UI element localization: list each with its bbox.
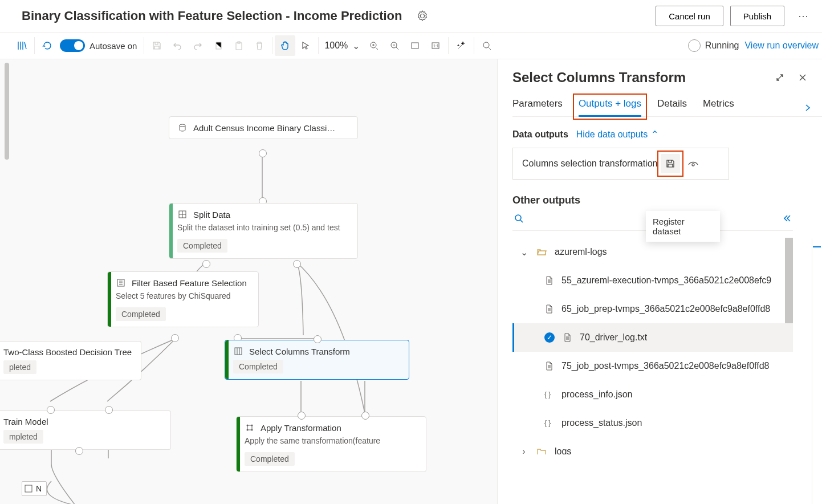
svg-point-9 — [180, 124, 185, 127]
svg-rect-5 — [412, 43, 418, 48]
data-outputs-label: Data outputs — [512, 129, 568, 140]
file-icon — [544, 276, 554, 285]
node-partial[interactable]: N — [22, 481, 47, 496]
collapse-icon[interactable] — [780, 212, 793, 225]
autosave-label: Autosave on — [89, 41, 137, 51]
tree-label: process_info.json — [561, 389, 633, 400]
fit-screen-icon[interactable] — [405, 35, 425, 56]
tree-file[interactable]: { } process_info.json — [512, 380, 793, 409]
preview-pane-collapsed[interactable] — [812, 239, 822, 504]
pointer-icon[interactable] — [295, 35, 316, 56]
tree-scrollbar[interactable] — [785, 238, 793, 329]
expand-icon[interactable] — [772, 70, 788, 86]
node-dataset[interactable]: Adult Census Income Binary Classi… — [169, 116, 358, 139]
actual-size-icon[interactable]: 1:1 — [425, 35, 446, 56]
tree-folder[interactable]: › logs — [512, 437, 793, 454]
svg-point-8 — [483, 42, 489, 48]
node-title: Filter Based Feature Selection — [132, 278, 247, 288]
dataset-icon — [177, 123, 188, 133]
status-badge: Completed — [233, 360, 283, 373]
library-icon[interactable] — [11, 35, 32, 56]
pipeline-canvas[interactable]: Adult Census Income Binary Classi… Split… — [0, 59, 497, 504]
zoom-out-icon[interactable] — [384, 35, 405, 56]
svg-rect-17 — [25, 485, 32, 492]
svg-rect-12 — [235, 348, 242, 355]
node-apply-transformation[interactable]: Apply Transformation Apply the same tran… — [236, 416, 426, 472]
node-title: Adult Census Income Binary Classi… — [193, 123, 335, 133]
output-tree: ⌄ azureml-logs 55_azureml-execution-tvmp… — [512, 238, 793, 454]
page-title: Binary Classification with Feature Selec… — [22, 9, 402, 23]
tree-label: 65_job_prep-tvmps_366a5021c2e008efc9a8ef… — [561, 304, 770, 314]
tree-file[interactable]: 75_job_post-tvmps_366a5021c2e008efc9a8ef… — [512, 352, 793, 380]
node-boosted-tree[interactable]: Two-Class Boosted Decision Tree pleted — [0, 341, 141, 380]
pan-icon[interactable] — [275, 35, 295, 56]
chevron-up-icon: ⌃ — [650, 130, 660, 139]
status-badge: mpleted — [3, 430, 43, 444]
tree-file[interactable]: 65_job_prep-tvmps_366a5021c2e008efc9a8ef… — [512, 295, 793, 323]
svg-rect-1 — [236, 43, 242, 50]
node-title: Select Columns Transform — [249, 347, 350, 356]
status-badge: Completed — [116, 307, 166, 321]
tree-label: 70_driver_log.txt — [580, 332, 647, 343]
zoom-level[interactable]: 100% ⌄ — [321, 40, 364, 51]
register-dataset-button[interactable] — [661, 154, 680, 173]
zoom-in-icon[interactable] — [364, 35, 384, 56]
tree-folder[interactable]: ⌄ azureml-logs — [512, 238, 793, 266]
status-label: Running — [705, 40, 739, 51]
status-badge: pleted — [3, 360, 36, 374]
tab-outputs-logs[interactable]: Outputs + logs — [579, 98, 641, 116]
wand-icon[interactable] — [451, 35, 471, 56]
tree-label: process_status.json — [561, 418, 642, 428]
tab-details[interactable]: Details — [657, 98, 687, 116]
undo-icon[interactable] — [167, 35, 188, 56]
node-train-model[interactable]: Train Model mpleted — [0, 410, 171, 450]
redo-icon[interactable] — [188, 35, 208, 56]
chevron-down-icon: ⌄ — [351, 41, 360, 50]
check-icon: ✓ — [544, 332, 555, 343]
refresh-icon[interactable] — [37, 35, 58, 56]
preview-icon[interactable] — [683, 154, 703, 173]
search-icon[interactable] — [512, 212, 525, 225]
copy-icon[interactable] — [208, 35, 229, 56]
cancel-run-button[interactable]: Cancel run — [656, 6, 723, 26]
module-icon — [177, 209, 188, 220]
tree-file[interactable]: { } process_status.json — [512, 409, 793, 437]
node-filter-feature-selection[interactable]: Filter Based Feature Selection Select 5 … — [107, 271, 259, 327]
tab-parameters[interactable]: Parameters — [512, 98, 563, 116]
chevron-right-icon[interactable] — [799, 99, 816, 116]
canvas-scrollbar[interactable] — [5, 63, 9, 160]
tree-file-selected[interactable]: ✓ 70_driver_log.txt — [512, 323, 793, 352]
more-icon[interactable]: ⋯ — [796, 10, 811, 22]
view-run-link[interactable]: View run overview — [744, 40, 819, 51]
close-icon[interactable] — [795, 70, 811, 86]
node-split-data[interactable]: Split Data Split the dataset into traini… — [169, 203, 358, 259]
tab-metrics[interactable]: Metrics — [703, 98, 734, 116]
save-icon[interactable] — [147, 35, 167, 56]
module-icon — [245, 422, 255, 433]
node-title: Apply Transformation — [261, 423, 341, 433]
folder-icon — [536, 446, 547, 454]
tooltip: Register dataset — [646, 211, 720, 242]
node-select-columns-transform[interactable]: Select Columns Transform Completed — [225, 340, 409, 380]
svg-text:1:1: 1:1 — [433, 44, 439, 48]
output-item: Columns selection transformation — [512, 148, 729, 180]
publish-button[interactable]: Publish — [730, 6, 784, 26]
search-icon[interactable] — [477, 35, 497, 56]
tree-label: 55_azureml-execution-tvmps_366a5021c2e00… — [561, 275, 771, 286]
json-icon: { } — [544, 418, 554, 428]
node-title: Two-Class Boosted Decision Tree — [3, 347, 132, 357]
node-title: N — [36, 484, 42, 493]
node-subtitle: Apply the same transformation(feature — [237, 434, 426, 450]
node-title: Split Data — [193, 210, 230, 220]
svg-point-19 — [515, 215, 521, 221]
paste-icon[interactable] — [229, 35, 249, 56]
autosave-toggle[interactable] — [60, 39, 85, 52]
output-name: Columns selection transformation — [522, 158, 657, 169]
tree-label: azureml-logs — [555, 247, 607, 257]
file-icon — [563, 333, 572, 342]
status-badge: Completed — [177, 239, 227, 253]
hide-data-outputs-link[interactable]: Hide data outputs ⌃ — [576, 129, 660, 140]
tree-file[interactable]: 55_azureml-execution-tvmps_366a5021c2e00… — [512, 266, 793, 295]
gear-icon[interactable] — [416, 10, 429, 22]
delete-icon[interactable] — [249, 35, 270, 56]
